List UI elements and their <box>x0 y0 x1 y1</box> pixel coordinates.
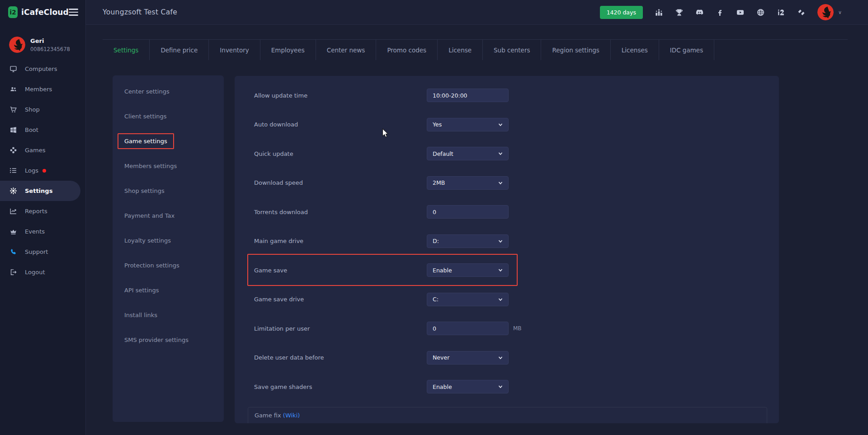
icafe-i2-icon[interactable] <box>777 8 785 17</box>
main-content: Settings Define price Inventory Employee… <box>86 25 868 435</box>
sidebar-item-label: Games <box>25 147 45 154</box>
hamburger-menu-icon[interactable] <box>69 7 78 18</box>
sidebar-item-computers[interactable]: Computers <box>0 59 85 79</box>
youtube-icon[interactable] <box>736 8 745 17</box>
tab-licenses[interactable]: Licenses <box>611 40 659 60</box>
form-row-auto-download: Auto download Yes <box>235 110 779 140</box>
quick-update-select[interactable]: Default <box>427 147 509 160</box>
trophy-icon[interactable] <box>675 8 684 17</box>
settings-nav-api-settings[interactable]: API settings <box>113 278 224 303</box>
game-settings-form: Allow update time Auto download Yes Quic… <box>235 76 779 423</box>
sidebar-item-reports[interactable]: Reports <box>0 201 85 221</box>
form-row-delete-user-data-before: Delete user data before Never <box>235 343 779 373</box>
sidebar-item-label: Reports <box>25 208 47 215</box>
tab-region-settings[interactable]: Region settings <box>541 40 610 60</box>
icafecloud-logo-icon[interactable]: i2 <box>8 6 18 18</box>
game-save-drive-select[interactable]: C: <box>427 293 509 306</box>
tab-settings[interactable]: Settings <box>103 40 150 60</box>
settings-nav-loyalty-settings[interactable]: Loyalty settings <box>113 228 224 253</box>
settings-nav-payment-and-tax[interactable]: Payment and Tax <box>113 203 224 228</box>
form-row-limitation-per-user: Limitation per user MB <box>235 314 779 343</box>
tab-license[interactable]: License <box>438 40 483 60</box>
gear-icon <box>9 187 17 195</box>
sidebar-item-shop[interactable]: Shop <box>0 99 85 120</box>
limitation-per-user-input[interactable] <box>427 322 509 335</box>
field-label: Limitation per user <box>235 325 427 332</box>
tab-inventory[interactable]: Inventory <box>209 40 260 60</box>
phone-icon <box>9 248 17 256</box>
sidebar-item-events[interactable]: Events <box>0 221 85 242</box>
form-row-game-save: Game save Enable <box>235 256 779 285</box>
sidebar-item-members[interactable]: Members <box>0 79 85 99</box>
tab-define-price[interactable]: Define price <box>150 40 209 60</box>
field-label: Download speed <box>235 179 427 186</box>
profile-name: Geri <box>30 37 70 44</box>
main-game-drive-select[interactable]: D: <box>427 234 509 248</box>
tab-employees[interactable]: Employees <box>260 40 316 60</box>
form-row-torrents-download: Torrents download <box>235 197 779 227</box>
unit-suffix: MB <box>513 325 522 332</box>
logout-icon <box>9 268 17 276</box>
allow-update-time-input[interactable] <box>427 89 509 102</box>
settings-nav-install-links[interactable]: Install links <box>113 303 224 327</box>
settings-nav-protection-settings[interactable]: Protection settings <box>113 253 224 278</box>
settings-nav-game-settings[interactable]: Game settings <box>113 129 224 154</box>
form-row-game-save-drive: Game save drive C: <box>235 285 779 314</box>
torrents-download-input[interactable] <box>427 205 509 219</box>
select-value: Default <box>433 150 453 157</box>
select-value: D: <box>433 238 439 244</box>
settings-nav-shop-settings[interactable]: Shop settings <box>113 178 224 203</box>
sidebar-item-games[interactable]: Games <box>0 140 85 160</box>
brand-name[interactable]: iCafeCloud <box>21 8 69 17</box>
auto-download-select[interactable]: Yes <box>427 118 509 131</box>
chevron-down-icon[interactable]: ∨ <box>838 9 842 15</box>
nav-item-label: Payment and Tax <box>124 212 175 219</box>
sidebar: Geri 008612345678 Computers Members Shop… <box>0 25 86 435</box>
nav-item-label: SMS provider settings <box>124 337 189 343</box>
select-value: Yes <box>433 121 442 128</box>
leaderboard-icon[interactable] <box>655 8 663 17</box>
chevron-down-icon <box>498 239 503 243</box>
sidebar-item-logout[interactable]: Logout <box>0 262 85 282</box>
users-icon <box>9 85 17 93</box>
settings-nav-members-settings[interactable]: Members settings <box>113 154 224 178</box>
game-fix-label: Game fix <box>255 412 281 419</box>
sidebar-item-support[interactable]: Support <box>0 242 85 262</box>
user-avatar[interactable] <box>817 4 834 20</box>
sidebar-item-logs[interactable]: Logs <box>0 160 85 181</box>
license-days-badge[interactable]: 1420 days <box>600 6 643 19</box>
sidebar-item-settings[interactable]: Settings <box>0 181 80 201</box>
settings-nav-client-settings[interactable]: Client settings <box>113 104 224 129</box>
tab-idc-games[interactable]: IDC games <box>659 40 714 60</box>
discord-icon[interactable] <box>695 8 704 17</box>
field-label: Allow update time <box>235 92 427 99</box>
game-settings-highlight-box: Game settings <box>118 133 174 149</box>
game-save-select[interactable]: Enable <box>427 263 509 277</box>
nav-item-label: Members settings <box>124 163 177 169</box>
tab-promo-codes[interactable]: Promo codes <box>376 40 438 60</box>
sidebar-item-boot[interactable]: Boot <box>0 120 85 140</box>
form-row-save-game-shaders: Save game shaders Enable <box>235 372 779 402</box>
game-fix-wiki-link[interactable]: (Wiki) <box>283 412 300 419</box>
settings-nav-sms-provider-settings[interactable]: SMS provider settings <box>113 327 224 352</box>
download-speed-select[interactable]: 2MB <box>427 176 509 190</box>
facebook-icon[interactable] <box>716 8 724 17</box>
sidebar-item-label: Support <box>25 248 48 255</box>
ribbon-icon[interactable] <box>797 8 806 17</box>
tab-sub-centers[interactable]: Sub centers <box>483 40 541 60</box>
profile-block[interactable]: Geri 008612345678 <box>0 25 85 56</box>
tab-center-news[interactable]: Center news <box>316 40 377 60</box>
chevron-down-icon <box>498 297 503 302</box>
gamepad-icon <box>9 146 17 154</box>
cart-icon <box>9 106 17 113</box>
nav-item-label: Protection settings <box>124 262 179 269</box>
settings-nav-center-settings[interactable]: Center settings <box>113 79 224 104</box>
monitor-icon <box>9 65 17 73</box>
save-game-shaders-select[interactable]: Enable <box>427 380 509 393</box>
windows-icon <box>9 126 17 134</box>
select-value: 2MB <box>433 179 445 186</box>
top-bar: i2 iCafeCloud Youngzsoft Test Cafe 1420 … <box>0 0 868 25</box>
settings-nav-panel: Center settings Client settings Game set… <box>113 75 224 422</box>
delete-user-data-before-select[interactable]: Never <box>427 351 509 365</box>
globe-icon[interactable] <box>756 8 765 17</box>
